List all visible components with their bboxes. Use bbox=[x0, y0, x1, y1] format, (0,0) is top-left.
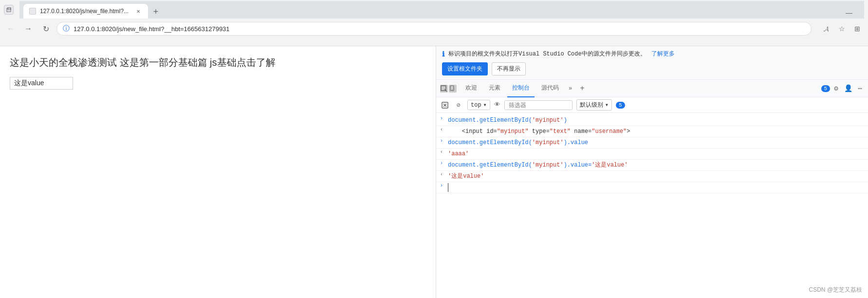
devtools-tabs: 欢迎 元素 控制台 源代码 » + 5 ⚙ 👤 ⋯ bbox=[436, 80, 868, 97]
input-chevron-icon: › bbox=[440, 138, 446, 144]
level-dropdown[interactable]: 默认级别 ▾ bbox=[576, 99, 612, 111]
input-chevron-icon: › bbox=[440, 161, 446, 166]
address-bar: ← → ↻ ⓘ 127.0.0.1:8020/js/new_file.html?… bbox=[0, 19, 868, 38]
console-text: document.getElementById('myinput').value bbox=[448, 138, 864, 147]
tab-plus-button[interactable]: + bbox=[577, 81, 588, 96]
window-icon bbox=[4, 5, 14, 15]
console-line: ‹ 'aaaa' bbox=[436, 149, 868, 160]
input-chevron-icon: › bbox=[440, 116, 446, 121]
refresh-button[interactable]: ↻ bbox=[39, 22, 53, 36]
context-dropdown[interactable]: top ▾ bbox=[467, 100, 490, 110]
console-line: ‹ '这是value' bbox=[436, 171, 868, 182]
myinput-field[interactable] bbox=[10, 77, 73, 90]
console-line: › document.getElementById('myinput').val… bbox=[436, 137, 868, 149]
more-options-icon[interactable]: ⋯ bbox=[856, 82, 864, 94]
svg-rect-5 bbox=[452, 90, 453, 91]
console-output: › document.getElementById('myinput') ‹ <… bbox=[436, 113, 868, 298]
console-text: document.getElementById('myinput').value… bbox=[448, 161, 864, 169]
output-chevron-icon: ‹ bbox=[440, 127, 446, 132]
notification-info-icon: ℹ bbox=[442, 50, 444, 58]
main-area: 这是小天的全栈渗透测试 这是第一部分基础篇 js基础点击了解 ℹ 标识项目的根文… bbox=[0, 46, 868, 298]
devtools-panel: ℹ 标识项目的根文件夹以打开Visual Studio Code中的源文件并同步… bbox=[436, 46, 868, 298]
console-line[interactable]: › bbox=[436, 182, 868, 193]
new-tab-button[interactable]: + bbox=[149, 5, 163, 19]
tab-close-button[interactable]: ✕ bbox=[134, 7, 142, 15]
console-count-badge: 5 bbox=[616, 102, 625, 109]
notification-link[interactable]: 了解更多 bbox=[651, 51, 675, 57]
devtools-header: ℹ 标识项目的根文件夹以打开Visual Studio Code中的源文件并同步… bbox=[436, 46, 868, 80]
active-tab[interactable]: 127.0.0.1:8020/js/new_file.html?... ✕ bbox=[23, 4, 148, 19]
device-icon[interactable] bbox=[449, 85, 457, 93]
window-controls bbox=[4, 5, 14, 15]
inspect-icon[interactable] bbox=[440, 85, 448, 93]
watermark: CSDN @芝芝又荔枝 bbox=[809, 286, 862, 294]
console-text: <input id="myinput" type="text" name="us… bbox=[448, 127, 864, 136]
info-icon: ⓘ bbox=[63, 24, 70, 33]
console-text: document.getElementById('myinput') bbox=[448, 116, 864, 125]
devtools-tab-icons bbox=[440, 85, 457, 93]
address-bar-input[interactable]: ⓘ 127.0.0.1:8020/js/new_file.html?__hbt=… bbox=[56, 22, 812, 36]
favorite-star-button[interactable]: ☆ bbox=[835, 22, 849, 36]
window-minimize-button[interactable]: — bbox=[842, 7, 856, 19]
output-chevron-icon: ‹ bbox=[440, 172, 446, 177]
url-text: 127.0.0.1:8020/js/new_file.html?__hbt=16… bbox=[74, 25, 230, 33]
user-profile-icon[interactable]: 👤 bbox=[842, 82, 854, 94]
filter-input[interactable] bbox=[504, 100, 573, 110]
browser-actions: 𝓐 ☆ ⊞ bbox=[819, 22, 864, 36]
back-button[interactable]: ← bbox=[4, 22, 18, 36]
no-show-button[interactable]: 不再显示 bbox=[492, 62, 526, 75]
console-text: '这是value' bbox=[448, 172, 864, 181]
tab-more-button[interactable]: » bbox=[566, 82, 575, 95]
page-title: 这是小天的全栈渗透测试 这是第一部分基础篇 js基础点击了解 bbox=[10, 56, 426, 69]
collections-button[interactable]: ⊞ bbox=[850, 22, 864, 36]
message-badge: 5 bbox=[821, 85, 831, 92]
devtools-notification: ℹ 标识项目的根文件夹以打开Visual Studio Code中的源文件并同步… bbox=[442, 50, 862, 58]
console-line: › document.getElementById('myinput') bbox=[436, 115, 868, 126]
notification-buttons: 设置根文件夹 不再显示 bbox=[442, 62, 862, 75]
devtools-toolbar: ⊘ top ▾ 👁 默认级别 ▾ 5 bbox=[436, 97, 868, 113]
tab-title: 127.0.0.1:8020/js/new_file.html?... bbox=[40, 8, 129, 15]
console-line: › document.getElementById('myinput').val… bbox=[436, 160, 868, 171]
filter-icon[interactable]: ⊘ bbox=[454, 100, 463, 110]
console-cursor[interactable] bbox=[448, 183, 864, 192]
level-chevron-icon: ▾ bbox=[605, 101, 609, 109]
webpage-content: 这是小天的全栈渗透测试 这是第一部分基础篇 js基础点击了解 bbox=[0, 46, 436, 298]
tab-console[interactable]: 控制台 bbox=[507, 80, 535, 97]
output-chevron-icon: ‹ bbox=[440, 149, 446, 155]
tab-elements[interactable]: 元素 bbox=[484, 80, 505, 97]
tab-welcome[interactable]: 欢迎 bbox=[461, 80, 482, 97]
reading-mode-button[interactable]: 𝓐 bbox=[819, 22, 833, 36]
console-text: 'aaaa' bbox=[448, 149, 864, 158]
settings-gear-icon[interactable]: ⚙ bbox=[832, 82, 840, 94]
clear-console-icon[interactable] bbox=[440, 100, 450, 110]
input-chevron-icon: › bbox=[440, 183, 446, 188]
tab-sources[interactable]: 源代码 bbox=[536, 80, 564, 97]
tab-favicon bbox=[29, 8, 36, 15]
dropdown-chevron-icon: ▾ bbox=[483, 101, 487, 109]
forward-button[interactable]: → bbox=[21, 22, 35, 36]
tab-bar: 127.0.0.1:8020/js/new_file.html?... ✕ + … bbox=[19, 1, 864, 19]
notification-text: 标识项目的根文件夹以打开Visual Studio Code中的源文件并同步更改… bbox=[448, 50, 862, 58]
set-root-button[interactable]: 设置根文件夹 bbox=[442, 62, 488, 75]
eye-icon[interactable]: 👁 bbox=[494, 101, 500, 109]
console-line: ‹ <input id="myinput" type="text" name="… bbox=[436, 126, 868, 137]
